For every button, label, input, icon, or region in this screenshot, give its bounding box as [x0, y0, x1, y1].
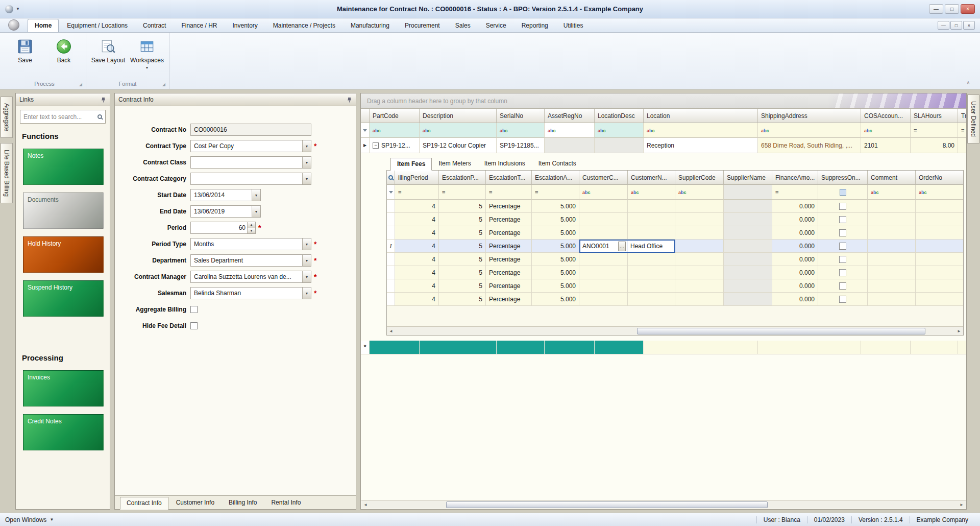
- spin-up-icon[interactable]: ▲: [248, 222, 255, 228]
- menu-tab-reporting[interactable]: Reporting: [514, 19, 555, 32]
- detail-column-header-suppliername[interactable]: SupplierName: [724, 171, 772, 185]
- chevron-down-icon[interactable]: ▼: [302, 271, 311, 282]
- detail-cell-customerc[interactable]: [579, 293, 628, 306]
- detail-cell-suppresson[interactable]: [818, 266, 868, 279]
- links-button-credit-notes[interactable]: Credit Notes: [23, 414, 104, 450]
- detail-cell-suppresson[interactable]: [818, 253, 868, 266]
- detail-cell-customern[interactable]: [628, 226, 675, 240]
- detail-cell-financeamo[interactable]: 0.000: [772, 279, 818, 293]
- search-icon[interactable]: [97, 114, 102, 119]
- detail-cell-suppliercode[interactable]: [675, 266, 724, 279]
- scrollbar-thumb[interactable]: [446, 501, 768, 508]
- filter-cell-tra[interactable]: =: [958, 123, 966, 138]
- chevron-down-icon[interactable]: ▼: [302, 238, 311, 250]
- input-period[interactable]: [191, 222, 247, 233]
- detail-column-header-suppresson[interactable]: SuppressOn...: [818, 171, 868, 185]
- chevron-down-icon[interactable]: ▼: [252, 206, 260, 217]
- menu-tab-utilities[interactable]: Utilities: [556, 19, 591, 32]
- detail-cell-escalationt[interactable]: Percentage: [486, 266, 532, 279]
- contract-tab-contract-info[interactable]: Contract Info: [120, 497, 168, 510]
- detail-column-header-escalationp[interactable]: EscalationP...: [439, 171, 486, 185]
- detail-cell-escalationt[interactable]: Percentage: [486, 240, 532, 253]
- group-by-bar[interactable]: Drag a column header here to group by th…: [361, 93, 966, 109]
- scrollbar-thumb[interactable]: [637, 328, 925, 334]
- detail-filter-cell-customern[interactable]: abc: [628, 185, 675, 200]
- detail-cell-suppliercode[interactable]: [675, 253, 724, 266]
- detail-cell-suppliercode[interactable]: [675, 240, 724, 253]
- detail-column-header-illingperiod[interactable]: illingPeriod: [395, 171, 439, 185]
- scroll-right-arrow[interactable]: ►: [955, 329, 963, 333]
- detail-tab-item-inclusions[interactable]: Item Inclusions: [478, 157, 532, 170]
- detail-cell-suppliercode[interactable]: [675, 293, 724, 306]
- new-row[interactable]: *: [361, 341, 966, 354]
- detail-cell-customern[interactable]: [628, 213, 675, 226]
- detail-cell-financeamo[interactable]: 0.000: [772, 200, 818, 213]
- maximize-button[interactable]: □: [945, 4, 959, 14]
- open-windows-button[interactable]: Open Windows ▼: [5, 516, 54, 523]
- detail-cell-escalationt[interactable]: Percentage: [486, 253, 532, 266]
- detail-cell-escalationp[interactable]: 5: [439, 293, 486, 306]
- detail-cell-illingperiod[interactable]: 4: [395, 213, 439, 226]
- detail-cell-escalationp[interactable]: 5: [439, 279, 486, 293]
- detail-cell-customerc[interactable]: [579, 213, 628, 226]
- detail-column-header-financeamo[interactable]: FinanceAmo...: [772, 171, 818, 185]
- filter-cell-assetregno[interactable]: abc: [545, 123, 595, 138]
- menu-tab-finance-hr[interactable]: Finance / HR: [174, 19, 224, 32]
- links-button-documents[interactable]: Documents: [23, 193, 104, 229]
- detail-cell-escalationa[interactable]: 5.000: [532, 253, 579, 266]
- cell-location[interactable]: Reception: [644, 138, 758, 153]
- detail-filter-cell-suppresson[interactable]: [818, 185, 868, 200]
- detail-cell-customern[interactable]: [628, 200, 675, 213]
- scroll-left-arrow[interactable]: ◄: [361, 503, 370, 507]
- detail-filter-cell-financeamo[interactable]: =: [772, 185, 818, 200]
- detail-cell-suppliercode[interactable]: [675, 213, 724, 226]
- dock-tab-user-defined[interactable]: User Defined: [967, 94, 979, 144]
- detail-cell-suppliername[interactable]: [724, 293, 772, 306]
- detail-cell-comment[interactable]: [868, 213, 916, 226]
- checkbox[interactable]: [839, 229, 846, 236]
- mdi-maximize-button[interactable]: □: [950, 21, 962, 30]
- detail-cell-customerc[interactable]: [579, 279, 628, 293]
- filter-cell-locationdesc[interactable]: abc: [595, 123, 644, 138]
- detail-tab-item-contacts[interactable]: Item Contacts: [532, 157, 583, 170]
- detail-cell-suppliername[interactable]: [724, 266, 772, 279]
- cell-description[interactable]: SP19-12 Colour Copier: [420, 138, 497, 153]
- collapse-ribbon-button[interactable]: ∧: [963, 79, 974, 86]
- detail-cell-orderno[interactable]: [916, 293, 963, 306]
- field-end-date[interactable]: 13/06/2019▼: [190, 205, 261, 218]
- new-row-cell-assetregno[interactable]: [545, 341, 595, 354]
- checkbox[interactable]: [839, 243, 846, 250]
- detail-cell-financeamo[interactable]: 0.000: [772, 266, 818, 279]
- field-period-type[interactable]: Months▼: [190, 238, 311, 250]
- grid-horizontal-scrollbar[interactable]: ◄ ►: [361, 500, 966, 509]
- detail-column-header-escalationa[interactable]: EscalationA...: [532, 171, 579, 185]
- menu-tab-manufacturing[interactable]: Manufacturing: [344, 19, 397, 32]
- dialog-launcher-icon[interactable]: ◢: [79, 82, 82, 87]
- checkbox[interactable]: [839, 203, 846, 210]
- detail-cell-customerc[interactable]: [579, 253, 628, 266]
- chevron-down-icon[interactable]: ▼: [302, 157, 311, 168]
- detail-cell-escalationt[interactable]: Percentage: [486, 279, 532, 293]
- save-button[interactable]: Save: [6, 35, 44, 65]
- collapse-row-icon[interactable]: −: [373, 142, 379, 149]
- field-department[interactable]: Sales Department▼: [190, 254, 311, 267]
- detail-cell-comment[interactable]: [868, 253, 916, 266]
- detail-cell-orderno[interactable]: [916, 200, 963, 213]
- dock-tab-life-based-billing[interactable]: Life Based Billing: [1, 143, 13, 203]
- menu-tab-sales[interactable]: Sales: [448, 19, 478, 32]
- detail-cell-suppliercode[interactable]: [675, 226, 724, 240]
- menu-tab-procurement[interactable]: Procurement: [398, 19, 447, 32]
- detail-cell-suppliername[interactable]: [724, 240, 772, 253]
- detail-filter-cell-illingperiod[interactable]: =: [395, 185, 439, 200]
- detail-filter-cell-escalationt[interactable]: =: [486, 185, 532, 200]
- new-row-cell-serialno[interactable]: [497, 341, 545, 354]
- detail-cell-escalationp[interactable]: 5: [439, 226, 486, 240]
- detail-cell-escalationp[interactable]: 5: [439, 253, 486, 266]
- detail-cell-escalationt[interactable]: Percentage: [486, 213, 532, 226]
- detail-cell-suppresson[interactable]: [818, 279, 868, 293]
- detail-cell-orderno[interactable]: [916, 213, 963, 226]
- cell-locationdesc[interactable]: [595, 138, 644, 153]
- detail-cell-financeamo[interactable]: 0.000: [772, 293, 818, 306]
- detail-row[interactable]: 45Percentage5.0000.000: [387, 279, 963, 293]
- detail-row[interactable]: 45Percentage5.0000.000: [387, 293, 963, 306]
